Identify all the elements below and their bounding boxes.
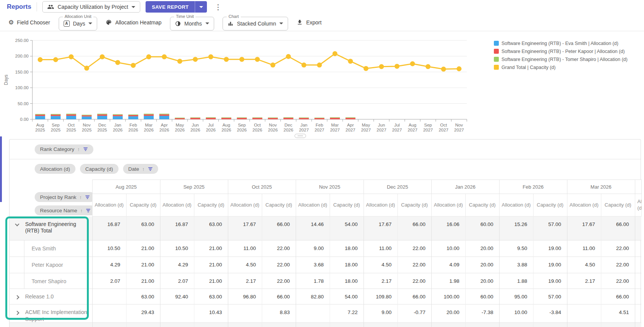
export-button[interactable]: Export — [296, 19, 321, 26]
bar-segment — [159, 116, 169, 119]
field-chip-allocation-d-[interactable]: Allocation (d) — [35, 164, 75, 174]
x-tick-label-year: 2026 — [113, 128, 123, 132]
x-tick-label-year: 2025 — [82, 128, 92, 132]
bar-segment — [330, 118, 340, 119]
value-cell: 2.07 — [160, 273, 194, 289]
x-tick-label-year: 2027 — [299, 128, 309, 132]
chevron-down-icon[interactable] — [13, 221, 21, 226]
bar-segment — [113, 114, 123, 115]
y-tick-label: 250.00 — [15, 38, 29, 43]
allocation-heatmap-button[interactable]: Allocation Heatmap — [106, 19, 161, 26]
column-group-header: Jan 2026 — [431, 180, 499, 194]
chip-label: Capacity (d) — [85, 166, 113, 172]
allocation-unit-dropdown[interactable]: Allocation Unit A Days — [59, 17, 98, 30]
report-toolbar: ⚙ Field Chooser Allocation Unit A Days A… — [0, 14, 644, 31]
value-cell: 63.00 — [194, 216, 228, 240]
value-cell: 17.67 — [567, 216, 601, 240]
value-cell: 16.87 — [160, 216, 194, 240]
value-cell-partial — [635, 257, 641, 273]
value-cell: 66.00 — [397, 289, 431, 305]
capacity-point — [177, 59, 182, 64]
value-cell: 17.67 — [364, 216, 397, 240]
chart-type-dropdown[interactable]: Chart Stacked Column — [223, 17, 288, 30]
row-header-cell: Software Engineering (RTB) Total — [10, 216, 92, 240]
value-cell: 21.00 — [126, 240, 160, 257]
value-cell: 14.46 — [296, 216, 330, 240]
value-cell: 22.00 — [601, 273, 635, 289]
x-tick-label-month: May — [176, 123, 184, 127]
x-tick-label-month: Mar — [331, 123, 339, 127]
value-cell: 28.01 — [533, 323, 567, 327]
field-chooser-button[interactable]: ⚙ Field Chooser — [8, 19, 50, 26]
table-row: Peter Kapoor4.2921.004.2921.004.5022.003… — [10, 257, 641, 273]
value-cell: 21.00 — [194, 240, 228, 257]
sub-column-header: Capacity (d) — [601, 194, 635, 216]
capacity-point — [255, 57, 260, 62]
pivot-corner — [10, 194, 92, 216]
rank-category-chip[interactable]: Rank Category ↑ — [35, 144, 93, 154]
x-tick-label-month: Aug — [223, 123, 230, 127]
value-cell: 21.00 — [126, 273, 160, 289]
group-row-label: Software Engineering (RTB) Total — [25, 221, 89, 234]
bar-segment — [128, 114, 138, 115]
value-cell: 4.50 — [364, 257, 397, 273]
value-cell: 22.00 — [262, 240, 296, 257]
legend-item[interactable]: Grand Total | Capacity (d) — [494, 63, 628, 71]
x-tick-label-month: Oct — [254, 123, 261, 127]
legend-item[interactable]: Software Engineering (RTB) - Peter Kapoo… — [494, 47, 628, 55]
value-cell: 15.26 — [499, 216, 533, 240]
x-tick-label-month: Aug — [36, 123, 44, 127]
value-cell: 22.00 — [601, 257, 635, 273]
more-options-kebab-icon[interactable]: ⋮ — [212, 3, 224, 11]
value-cell-partial — [635, 323, 641, 327]
capacity-point — [208, 54, 213, 59]
value-cell: 21.00 — [126, 257, 160, 273]
bar-segment — [66, 114, 76, 116]
chart-table-splitter-handle[interactable] — [295, 134, 306, 138]
capacity-point — [53, 57, 58, 62]
value-cell: 10.43 — [194, 305, 228, 323]
save-report-button[interactable]: SAVE REPORT — [146, 1, 195, 13]
value-cell: 17.67 — [228, 216, 262, 240]
value-cell: 10.00 — [499, 305, 533, 323]
value-cell — [567, 305, 601, 323]
sub-column-header: Allocation (d) — [92, 194, 126, 216]
field-chip-date[interactable]: Date↑ — [123, 164, 158, 174]
x-tick-label-month: Nov — [269, 123, 277, 127]
legend-item[interactable]: Software Engineering (RTB) - Tomer Shapi… — [494, 55, 628, 63]
palette-icon — [106, 19, 112, 26]
sub-column-header: Allocation (d) — [160, 194, 194, 216]
report-selector-dropdown[interactable]: Capacity Utilization by Project — [42, 1, 140, 13]
legend-label: Software Engineering (RTB) - Peter Kapoo… — [501, 49, 625, 54]
sub-column-header: Capacity (d) — [126, 194, 160, 216]
bar-segment — [97, 114, 107, 114]
capacity-point — [146, 54, 151, 59]
bar-segment — [252, 118, 262, 119]
field-chip-capacity-d-[interactable]: Capacity (d) — [80, 164, 119, 174]
capacity-point — [317, 63, 322, 67]
x-tick-label-month: Jul — [208, 123, 214, 127]
bar-segment — [144, 114, 154, 116]
x-tick-label-year: 2026 — [144, 128, 154, 132]
save-report-menu-button[interactable] — [195, 1, 207, 13]
x-tick-label-month: Oct — [440, 123, 447, 127]
bar-segment — [97, 116, 107, 119]
sub-column-header: Allocation (d) — [499, 194, 533, 216]
value-cell: 1.98 — [431, 273, 465, 289]
resource-row-label: Eva Smith — [10, 240, 92, 252]
sort-asc-icon: ↑ — [77, 146, 80, 152]
x-tick-label-year: 2026 — [128, 128, 138, 132]
row-header-cell: Release 1.0 — [10, 289, 92, 305]
chevron-right-icon[interactable] — [13, 309, 21, 314]
value-cell: 59.23 — [330, 323, 364, 327]
bar-segment — [175, 118, 185, 119]
value-cell: 54.00 — [330, 216, 364, 240]
time-unit-dropdown[interactable]: Time Unit Months — [170, 17, 214, 30]
chevron-right-icon[interactable] — [13, 293, 21, 299]
x-tick-label-month: Nov — [83, 123, 91, 127]
sub-column-header: Capacity (d) — [194, 194, 228, 216]
legend-item[interactable]: Software Engineering (RTB) - Eva Smith |… — [494, 39, 628, 47]
x-tick-label-month: Aug — [409, 123, 416, 127]
x-tick-label-month: Mar — [145, 123, 152, 127]
row-header-cell: Eva Smith — [10, 240, 92, 257]
